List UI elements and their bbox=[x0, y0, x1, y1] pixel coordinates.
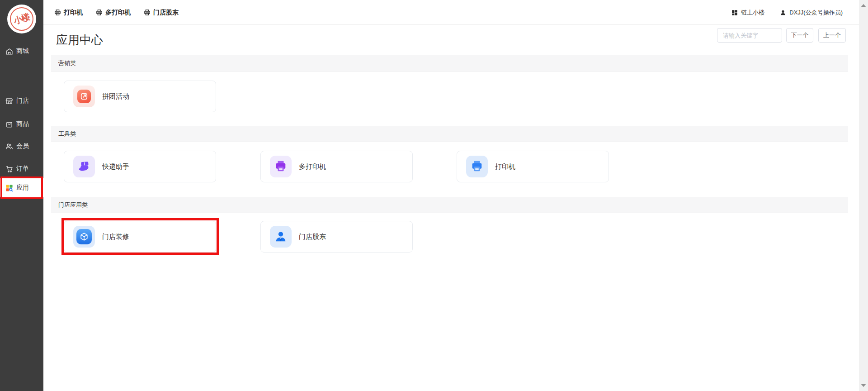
sidebar-item-store[interactable]: 门店 bbox=[0, 93, 43, 109]
app-name: 拼团活动 bbox=[102, 92, 129, 101]
groupbuy-icon bbox=[73, 86, 95, 107]
sidebar-item-label: 应用 bbox=[16, 184, 29, 192]
section-title: 营销类 bbox=[58, 60, 76, 67]
app-card-shareholder[interactable]: 门店股东 bbox=[260, 221, 413, 253]
home-icon bbox=[5, 48, 13, 55]
printer-icon bbox=[466, 156, 488, 177]
tab-store-shareholder[interactable]: 门店股东 bbox=[144, 9, 179, 17]
search-input[interactable] bbox=[717, 28, 782, 43]
tab-printer[interactable]: 打印机 bbox=[54, 9, 83, 17]
sidebar: 小楼 商城 门店 商品 会员 订单 bbox=[0, 0, 43, 391]
printer-icon bbox=[54, 9, 61, 16]
logo-text: 小楼 bbox=[12, 11, 31, 27]
scroll-down-icon[interactable] bbox=[861, 384, 866, 387]
user-icon bbox=[780, 10, 786, 16]
prev-button[interactable]: 上一个 bbox=[818, 28, 846, 43]
section-header-tools: 工具类 bbox=[51, 126, 848, 142]
members-icon bbox=[5, 143, 13, 150]
app-logo[interactable]: 小楼 bbox=[7, 5, 36, 33]
apps-icon bbox=[5, 184, 13, 192]
user-name: DXJJ(公众号操作员) bbox=[789, 9, 843, 17]
section-title: 门店应用类 bbox=[58, 201, 88, 208]
app-name: 多打印机 bbox=[299, 162, 326, 171]
section-title: 工具类 bbox=[58, 130, 76, 137]
app-card-decoration[interactable]: 门店装修 bbox=[64, 221, 216, 253]
shop-switcher[interactable]: 链上小楼 bbox=[731, 9, 764, 17]
scroll-up-icon[interactable] bbox=[861, 4, 866, 7]
sidebar-item-goods[interactable]: 商品 bbox=[0, 116, 43, 132]
tab-label: 门店股东 bbox=[153, 9, 179, 17]
printer-icon bbox=[144, 9, 151, 16]
sidebar-item-orders[interactable]: 订单 bbox=[0, 161, 43, 177]
app-card-express[interactable]: 快递助手 bbox=[64, 151, 216, 182]
printer-icon bbox=[96, 9, 103, 16]
app-name: 快递助手 bbox=[102, 162, 129, 171]
app-name: 打印机 bbox=[495, 162, 515, 171]
user-menu[interactable]: DXJJ(公众号操作员) bbox=[780, 9, 843, 17]
sidebar-item-members[interactable]: 会员 bbox=[0, 138, 43, 154]
topbar: 打印机 多打印机 门店股东 链上小楼 DXJJ(公众号操 bbox=[43, 0, 859, 25]
sidebar-item-label: 商城 bbox=[16, 47, 29, 55]
app-card-printer[interactable]: 打印机 bbox=[457, 151, 609, 182]
sidebar-item-label: 订单 bbox=[16, 165, 29, 173]
store-icon bbox=[5, 97, 13, 105]
sidebar-item-label: 会员 bbox=[16, 142, 29, 150]
section-header-store-apps: 门店应用类 bbox=[51, 197, 848, 213]
topbar-right: 链上小楼 DXJJ(公众号操作员) bbox=[731, 0, 843, 25]
sidebar-item-mall[interactable]: 商城 bbox=[0, 43, 43, 59]
tab-label: 多打印机 bbox=[105, 9, 131, 17]
express-icon bbox=[73, 156, 95, 177]
logo-ring: 小楼 bbox=[10, 7, 33, 31]
tab-multiprinter[interactable]: 多打印机 bbox=[96, 9, 131, 17]
multiprinter-icon bbox=[270, 156, 292, 177]
sidebar-item-label: 商品 bbox=[16, 120, 29, 128]
tab-label: 打印机 bbox=[64, 9, 83, 17]
app-card-groupbuy[interactable]: 拼团活动 bbox=[64, 81, 216, 112]
scrollbar[interactable] bbox=[859, 0, 868, 391]
orders-icon bbox=[5, 165, 13, 173]
grid-icon bbox=[731, 10, 738, 16]
goods-icon bbox=[5, 120, 13, 128]
section-header-marketing: 营销类 bbox=[51, 55, 848, 72]
app-name: 门店装修 bbox=[102, 233, 129, 241]
topbar-tabs: 打印机 多打印机 门店股东 bbox=[54, 0, 179, 25]
sidebar-item-label: 门店 bbox=[16, 97, 29, 105]
shop-name: 链上小楼 bbox=[741, 9, 764, 17]
app-card-multiprinter[interactable]: 多打印机 bbox=[260, 151, 413, 182]
sidebar-item-apps[interactable]: 应用 bbox=[0, 178, 43, 197]
decoration-icon bbox=[73, 226, 95, 248]
shareholder-icon bbox=[270, 226, 292, 248]
app-name: 门店股东 bbox=[299, 233, 326, 241]
next-button[interactable]: 下一个 bbox=[786, 28, 813, 43]
page-title: 应用中心 bbox=[56, 32, 103, 48]
